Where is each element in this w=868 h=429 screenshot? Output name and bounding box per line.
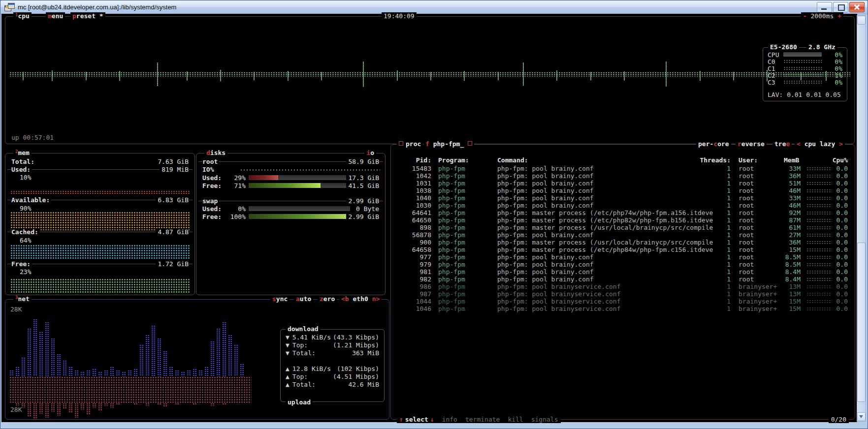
- scroll-up-button[interactable]: [857, 16, 866, 25]
- proc-command: php-fpm: pool brainy.conf: [497, 202, 594, 209]
- disk-root-free-percent: 71%: [228, 182, 246, 189]
- proc-row[interactable]: 900php-fpmphp-fpm: master process (/usr/…: [396, 239, 850, 246]
- net-interface-switch: <b eth0 n>: [339, 295, 382, 303]
- proc-sort-next-button[interactable]: >: [839, 140, 843, 148]
- proc-row[interactable]: 1030php-fpmphp-fpm: pool brainy.conf1roo…: [396, 202, 850, 209]
- download-speed-row: ▼5.41 KiB/s(43.3 Kibps): [286, 334, 379, 341]
- proc-threads: 1: [697, 276, 731, 283]
- minimize-button[interactable]: [817, 2, 832, 12]
- proc-row[interactable]: 56878php-fpmphp-fpm: pool brainy.conf1ro…: [396, 231, 850, 239]
- cpu-graph-spike: [362, 61, 365, 87]
- titlebar[interactable]: mc [root@ub24.itdeveloper.com.ua]:/lib/s…: [0, 0, 868, 14]
- proc-row[interactable]: 1038php-fpmphp-fpm: pool brainy.conf1roo…: [396, 187, 850, 194]
- signals-button[interactable]: signals: [531, 416, 558, 423]
- cpu-core-row: C10%: [768, 65, 842, 72]
- proc-mem: 33M: [771, 194, 801, 202]
- proc-row[interactable]: 979php-fpmphp-fpm: pool brainy.conf1root…: [396, 261, 850, 268]
- net-upload-graph: [9, 376, 252, 415]
- select-down-button[interactable]: ↓: [430, 416, 434, 423]
- proc-mem: 8.4M: [771, 276, 801, 283]
- net-sync-button[interactable]: sync: [270, 295, 289, 303]
- proc-row[interactable]: 982php-fpmphp-fpm: pool brainy.conf1root…: [396, 276, 850, 283]
- download-top-row: ▼Top:(1.21 Mibps): [286, 341, 379, 349]
- select-button[interactable]: select: [405, 416, 428, 423]
- cpu-core-row: C21%: [768, 72, 842, 79]
- cpu-graph-spike: [733, 72, 735, 80]
- net-upload-bar: [175, 403, 179, 405]
- maximize-button[interactable]: [833, 2, 848, 12]
- terminate-button[interactable]: terminate: [465, 416, 500, 423]
- proc-row[interactable]: 981php-fpmphp-fpm: pool brainy.conf1root…: [396, 268, 850, 276]
- cpu-graph-spike: [463, 71, 466, 81]
- close-button[interactable]: [849, 2, 865, 12]
- scrollbar-thumb[interactable]: [857, 243, 866, 401]
- net-download-bar: [9, 370, 14, 376]
- column-cpu: Cpu%: [825, 156, 848, 164]
- minimize-icon: [821, 8, 827, 10]
- net-download-bar: [240, 364, 244, 376]
- net-download-bar: [63, 360, 67, 376]
- proc-pid: 1040: [396, 194, 431, 202]
- proc-row[interactable]: 977php-fpmphp-fpm: pool brainy.conf1root…: [396, 253, 850, 261]
- proc-program: php-fpm: [438, 194, 465, 202]
- net-next-interface-button[interactable]: n>: [372, 295, 380, 303]
- uptime: up 00:57:01: [11, 134, 54, 141]
- net-upload-bar: [33, 403, 37, 420]
- proc-row[interactable]: 64641php-fpmphp-fpm: master process (/et…: [396, 209, 850, 216]
- proc-threads: 1: [697, 298, 731, 305]
- proc-box: proc f php-fpm_ per-core reverse tree < …: [390, 144, 855, 420]
- mem-cached-graph: [10, 245, 190, 260]
- proc-program: php-fpm: [438, 261, 465, 268]
- net-prev-interface-button[interactable]: <b: [341, 295, 349, 303]
- net-download-bar: [21, 357, 26, 376]
- upload-speed-row: ▲12.8 KiB/s(102 Kibps): [286, 365, 379, 372]
- proc-cpu: 0.0: [825, 202, 848, 209]
- proc-row[interactable]: 1040php-fpmphp-fpm: pool brainy.conf1roo…: [396, 194, 850, 202]
- proc-row[interactable]: 64650php-fpmphp-fpm: master process (/et…: [396, 216, 850, 224]
- proc-row[interactable]: 898php-fpmphp-fpm: master process (/usr/…: [396, 224, 850, 231]
- proc-program: php-fpm: [438, 239, 465, 246]
- proc-program: php-fpm: [438, 180, 465, 187]
- net-zero-button[interactable]: zero: [318, 295, 337, 303]
- proc-reverse-toggle[interactable]: reverse: [736, 140, 767, 148]
- net-upload-bar: [86, 403, 91, 415]
- proc-sort-prev-button[interactable]: <: [797, 140, 801, 148]
- proc-command: php-fpm: pool brainy.conf: [497, 194, 594, 202]
- net-download-bar: [175, 370, 179, 376]
- scrollbar[interactable]: [857, 15, 866, 422]
- proc-user: root: [739, 268, 754, 276]
- info-button[interactable]: info: [442, 416, 457, 423]
- proc-box-title[interactable]: proc: [397, 140, 423, 148]
- proc-tree-toggle[interactable]: tree: [772, 140, 792, 148]
- proc-row[interactable]: 1042php-fpmphp-fpm: pool brainy.conf1roo…: [396, 172, 850, 180]
- cpu-model: E5-2680: [768, 43, 799, 51]
- kill-button[interactable]: kill: [508, 416, 523, 423]
- proc-row[interactable]: 64658php-fpmphp-fpm: master process (/et…: [396, 246, 850, 253]
- proc-cpu: 0.0: [825, 172, 848, 180]
- proc-user: root: [739, 187, 754, 194]
- mem-box-title[interactable]: 2mem: [13, 149, 32, 157]
- net-upload-bar: [80, 403, 85, 410]
- net-upload-bar: [104, 403, 108, 406]
- proc-row[interactable]: 15483php-fpmphp-fpm: pool brainy.conf1ro…: [396, 165, 850, 172]
- proc-row[interactable]: 1031php-fpmphp-fpm: pool brainy.conf1roo…: [396, 180, 850, 187]
- scroll-down-button[interactable]: [857, 412, 866, 421]
- net-upload-bar: [133, 403, 138, 405]
- window-title: mc [root@ub24.itdeveloper.com.ua]:/lib/s…: [18, 3, 176, 11]
- proc-threads: 1: [697, 202, 731, 209]
- proc-percore-toggle[interactable]: per-core: [696, 140, 731, 148]
- net-auto-button[interactable]: auto: [294, 295, 313, 303]
- proc-row[interactable]: 986php-fpmphp-fpm: pool brainyservice.co…: [396, 283, 850, 290]
- disks-box-title[interactable]: disks: [204, 149, 227, 156]
- proc-filter-input[interactable]: f php-fpm_: [423, 140, 474, 148]
- net-box-title[interactable]: 3net: [13, 295, 32, 304]
- proc-row[interactable]: 1044php-fpmphp-fpm: pool brainyservice.c…: [396, 298, 850, 305]
- core-value: 0%: [835, 65, 842, 72]
- net-download-bar: [216, 328, 221, 376]
- proc-row[interactable]: 1046php-fpmphp-fpm: pool brainyservice.c…: [396, 305, 850, 312]
- cpu-graph-spike: [220, 70, 222, 81]
- select-up-button[interactable]: ↑: [399, 416, 403, 423]
- proc-row[interactable]: 987php-fpmphp-fpm: pool brainyservice.co…: [396, 290, 850, 298]
- disks-io-toggle[interactable]: io: [364, 149, 376, 156]
- core-label: C0: [768, 58, 775, 65]
